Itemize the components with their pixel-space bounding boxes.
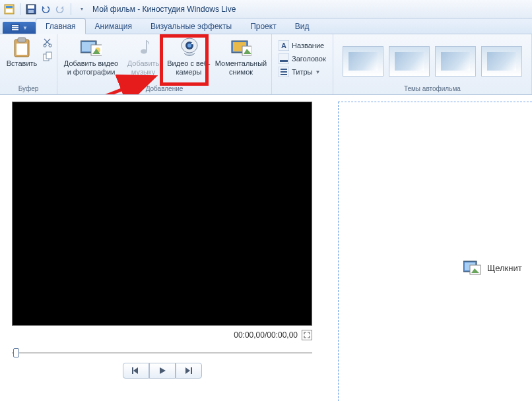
group-buffer: Вставить Буфер: [0, 34, 57, 94]
playback-controls: [12, 363, 312, 379]
file-tab-icon: [11, 24, 20, 32]
ribbon-tabs: ▼ Главная Анимация Визуальные эффекты Пр…: [0, 18, 532, 34]
play-button[interactable]: [149, 363, 176, 379]
clipboard-small-buttons: [42, 36, 53, 65]
credits-label: Титры: [292, 68, 312, 76]
group-add-label: Добавление: [61, 84, 267, 94]
svg-rect-32: [280, 60, 288, 62]
title-bar: ▾ Мой фильм - Киностудия Windows Live: [0, 0, 532, 18]
clipboard-icon: [11, 37, 32, 58]
webcam-icon: [178, 37, 199, 58]
group-buffer-label: Буфер: [4, 84, 53, 94]
credits-button[interactable]: Титры ▼: [276, 66, 329, 78]
quick-access-toolbar: ▾: [4, 3, 87, 15]
file-tab[interactable]: ▼: [3, 22, 36, 34]
storyboard-placeholder-text: Щелкнит: [487, 263, 522, 273]
caption-button[interactable]: Заголовок: [276, 53, 329, 65]
slider-thumb[interactable]: [13, 348, 19, 357]
qat-customize-icon[interactable]: ▾: [77, 4, 87, 15]
music-note-icon: [133, 37, 154, 58]
slider-track: [12, 352, 312, 354]
svg-point-21: [141, 49, 147, 54]
drop-zone[interactable]: [338, 102, 532, 401]
tab-project[interactable]: Проект: [241, 19, 286, 34]
tab-visual-effects[interactable]: Визуальные эффекты: [141, 19, 241, 34]
svg-rect-39: [191, 367, 192, 374]
theme-thumbnail[interactable]: [481, 46, 522, 77]
svg-point-25: [191, 43, 193, 45]
svg-rect-8: [12, 27, 18, 28]
svg-rect-2: [6, 9, 13, 13]
svg-point-24: [187, 44, 191, 47]
svg-rect-16: [46, 52, 51, 59]
paste-button[interactable]: Вставить: [4, 36, 40, 68]
group-text-items: A Название Заголовок Титры ▼: [272, 34, 333, 94]
copy-icon[interactable]: [42, 51, 53, 65]
svg-rect-4: [28, 5, 34, 9]
paste-label: Вставить: [7, 59, 38, 68]
add-media-label: Добавить видео и фотографии: [61, 59, 121, 76]
prev-frame-button[interactable]: [123, 363, 149, 379]
title-name-button[interactable]: A Название: [276, 40, 329, 51]
film-photo-icon: [81, 37, 102, 58]
add-music-button[interactable]: Добавить музыку ▼: [123, 36, 163, 82]
svg-text:A: A: [281, 42, 286, 49]
svg-rect-38: [132, 367, 133, 374]
group-themes: Темы автофильма: [333, 34, 532, 94]
theme-thumbnail[interactable]: [343, 46, 383, 77]
credits-icon: [279, 67, 289, 77]
group-add: Добавить видео и фотографии Добавить муз…: [57, 34, 272, 94]
webcam-video-button[interactable]: Видео с веб-камеры: [166, 36, 212, 76]
text-a-icon: A: [279, 40, 289, 51]
undo-icon[interactable]: [40, 4, 51, 15]
webcam-label: Видео с веб-камеры: [166, 59, 212, 76]
svg-rect-35: [281, 71, 287, 73]
app-icon: [4, 4, 15, 15]
storyboard-pane[interactable]: Щелкнит: [325, 95, 532, 401]
caption-label: Заголовок: [292, 55, 326, 63]
video-preview[interactable]: [12, 102, 312, 326]
window-title: Мой фильм - Киностудия Windows Live: [92, 5, 236, 14]
snapshot-label: Моментальный снимок: [215, 59, 267, 76]
svg-rect-31: [279, 53, 289, 64]
svg-rect-12: [17, 44, 27, 55]
theme-thumbnail[interactable]: [435, 46, 476, 77]
svg-rect-9: [12, 29, 18, 30]
title-name-label: Название: [292, 42, 324, 49]
save-icon[interactable]: [26, 4, 36, 15]
theme-thumbnail[interactable]: [389, 46, 430, 77]
next-frame-button[interactable]: [176, 363, 202, 379]
svg-rect-7: [12, 25, 18, 26]
preview-pane: 00:00,00/00:00,00: [0, 95, 325, 401]
snapshot-button[interactable]: Моментальный снимок: [215, 36, 267, 76]
tab-animation[interactable]: Анимация: [86, 19, 141, 34]
seek-slider[interactable]: [12, 348, 312, 356]
add-music-label: Добавить музыку: [123, 59, 163, 76]
caption-icon: [279, 53, 289, 64]
cut-icon[interactable]: [42, 37, 53, 50]
main-content: 00:00,00/00:00,00 Щелкн: [0, 95, 532, 401]
svg-rect-36: [281, 74, 287, 75]
chevron-down-icon: ▼: [141, 76, 146, 82]
svg-rect-1: [6, 6, 13, 8]
chevron-down-icon: ▼: [315, 69, 320, 75]
time-row: 00:00,00/00:00,00: [12, 330, 312, 340]
tab-view[interactable]: Вид: [286, 19, 319, 34]
group-themes-label: Темы автофильма: [337, 84, 527, 94]
media-placeholder-icon: [463, 260, 482, 276]
svg-rect-11: [18, 38, 26, 42]
snapshot-icon: [230, 37, 251, 58]
redo-icon[interactable]: [55, 4, 65, 15]
add-media-button[interactable]: Добавить видео и фотографии: [61, 36, 121, 76]
fullscreen-icon[interactable]: [302, 330, 312, 340]
chevron-down-icon: ▼: [22, 25, 28, 31]
storyboard-placeholder[interactable]: Щелкнит: [463, 260, 522, 276]
svg-rect-5: [28, 10, 34, 13]
svg-rect-34: [281, 69, 287, 70]
time-display: 00:00,00/00:00,00: [234, 330, 298, 340]
ribbon: Вставить Буфер Добавить видео и фотограф…: [0, 34, 532, 95]
tab-home[interactable]: Главная: [36, 18, 86, 34]
